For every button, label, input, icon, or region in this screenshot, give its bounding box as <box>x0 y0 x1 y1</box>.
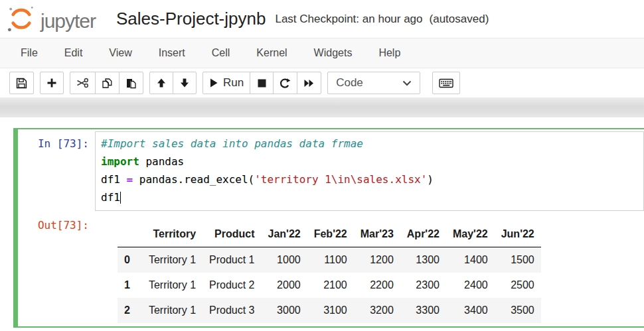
table-cell: Product 1 <box>202 247 261 273</box>
table-row: 2 Territory 1 Product 3 3000 3100 3200 3… <box>118 298 541 323</box>
move-up-icon <box>156 78 167 88</box>
autosave-status: (autosaved) <box>430 13 489 26</box>
table-cell: 2400 <box>446 273 495 298</box>
menu-item-cell[interactable]: Cell <box>199 38 244 68</box>
menu-item-widgets[interactable]: Widgets <box>301 38 366 68</box>
menu-item-help[interactable]: Help <box>365 38 414 68</box>
run-icon <box>209 78 218 88</box>
table-cell: 3000 <box>262 298 307 323</box>
menu-item-insert[interactable]: Insert <box>145 38 199 68</box>
table-cell: Product 2 <box>202 273 261 298</box>
text-cursor <box>120 192 121 204</box>
cell-type-dropdown[interactable]: Code <box>327 72 420 94</box>
restart-run-all-icon <box>303 78 315 88</box>
row-index: 2 <box>118 298 137 323</box>
table-row: 1 Territory 1 Product 2 2000 2100 2200 2… <box>118 273 541 298</box>
notebook-top-gap <box>0 117 644 128</box>
menu-item-view[interactable]: View <box>96 38 145 68</box>
input-prompt: In [73]: <box>18 131 95 211</box>
table-header-cell: Feb'22 <box>307 222 354 247</box>
move-cell-up-button[interactable] <box>149 72 173 94</box>
restart-run-all-button[interactable] <box>297 72 321 94</box>
menu-bar: File Edit View Insert Cell Kernel Widget… <box>0 38 644 68</box>
table-cell: 3400 <box>446 298 495 323</box>
table-cell: 1100 <box>307 247 354 273</box>
table-header-cell: May'22 <box>446 222 495 247</box>
move-cell-down-button[interactable] <box>173 72 197 94</box>
code-line: df1 = pandas.read_excel('territory 1\in\… <box>101 170 641 188</box>
copy-cell-button[interactable] <box>95 72 120 94</box>
table-cell: 2000 <box>262 273 307 298</box>
table-cell: 3100 <box>307 298 354 323</box>
command-palette-button[interactable] <box>432 72 460 94</box>
table-cell: 1400 <box>446 247 495 273</box>
restart-kernel-button[interactable] <box>273 72 297 94</box>
output-prompt: Out[73]: <box>18 218 95 323</box>
table-cell: 3500 <box>495 298 541 323</box>
save-button[interactable] <box>9 72 34 94</box>
cell-output-area: Out[73]: Territory Product Jan'22 Feb'22… <box>18 218 644 323</box>
cut-icon <box>76 78 89 88</box>
notebook-title[interactable]: Sales-Project-jpynb <box>116 9 266 29</box>
code-editor[interactable]: #Import sales data into pandas data frma… <box>95 131 644 211</box>
table-cell: Territory 1 <box>137 298 202 323</box>
copy-icon <box>102 78 113 89</box>
header-shadow-band <box>0 98 644 117</box>
save-icon <box>16 78 27 89</box>
code-line: #Import sales data into pandas data frma… <box>101 135 641 153</box>
paste-cell-button[interactable] <box>119 72 143 94</box>
restart-icon <box>280 78 291 89</box>
table-cell: 3300 <box>400 298 446 323</box>
table-cell: 1000 <box>262 247 307 273</box>
toolbar: Run Code <box>0 68 644 98</box>
dataframe-table: Territory Product Jan'22 Feb'22 Mar'23 A… <box>118 222 541 323</box>
table-cell: Product 3 <box>202 298 261 323</box>
add-cell-button[interactable] <box>40 72 64 94</box>
table-cell: 2100 <box>307 273 354 298</box>
index-header-cell <box>118 222 137 247</box>
paste-icon <box>125 78 137 89</box>
table-header-cell: Territory <box>137 222 202 247</box>
stop-icon <box>257 78 267 88</box>
notebook-header: jupyter Sales-Project-jpynb Last Checkpo… <box>0 0 644 38</box>
menu-item-edit[interactable]: Edit <box>51 38 96 68</box>
table-cell: 1200 <box>354 247 400 273</box>
run-cell-button[interactable]: Run <box>202 72 250 94</box>
table-header-cell: Jan'22 <box>262 222 307 247</box>
chevron-down-icon <box>402 80 412 86</box>
table-header-cell: Mar'23 <box>354 222 400 247</box>
table-cell: Territory 1 <box>137 273 202 298</box>
code-cell[interactable]: In [73]: #Import sales data into pandas … <box>13 128 644 328</box>
jupyter-logo[interactable]: jupyter <box>7 3 96 35</box>
cell-input-area: In [73]: #Import sales data into pandas … <box>18 131 644 211</box>
jupyter-logo-icon <box>7 4 36 34</box>
row-index: 0 <box>118 247 137 273</box>
table-cell: 2300 <box>400 273 446 298</box>
output-content: Territory Product Jan'22 Feb'22 Mar'23 A… <box>118 218 541 323</box>
table-cell: Territory 1 <box>137 247 202 273</box>
menu-item-kernel[interactable]: Kernel <box>243 38 300 68</box>
keyboard-icon <box>439 78 453 89</box>
cell-type-selected: Code <box>336 76 363 90</box>
code-line: import pandas <box>101 153 641 170</box>
run-button-label: Run <box>223 76 244 90</box>
jupyter-logo-text: jupyter <box>40 6 96 33</box>
table-cell: 1300 <box>400 247 446 273</box>
table-cell: 1500 <box>495 247 541 273</box>
table-header-cell: Product <box>202 222 261 247</box>
add-cell-icon <box>46 78 57 88</box>
cut-cell-button[interactable] <box>70 72 96 94</box>
row-index: 1 <box>118 273 137 298</box>
checkpoint-status: Last Checkpoint: an hour ago <box>275 13 422 26</box>
table-cell: 2200 <box>354 273 400 298</box>
table-header-row: Territory Product Jan'22 Feb'22 Mar'23 A… <box>118 222 541 247</box>
table-cell: 2500 <box>495 273 541 298</box>
table-row: 0 Territory 1 Product 1 1000 1100 1200 1… <box>118 247 541 273</box>
table-header-cell: Jun'22 <box>495 222 541 247</box>
move-down-icon <box>179 78 190 88</box>
menu-item-file[interactable]: File <box>7 38 51 68</box>
code-line: df1 <box>101 188 641 206</box>
table-header-cell: Apr'22 <box>400 222 446 247</box>
interrupt-kernel-button[interactable] <box>250 72 274 94</box>
table-cell: 3200 <box>354 298 400 323</box>
